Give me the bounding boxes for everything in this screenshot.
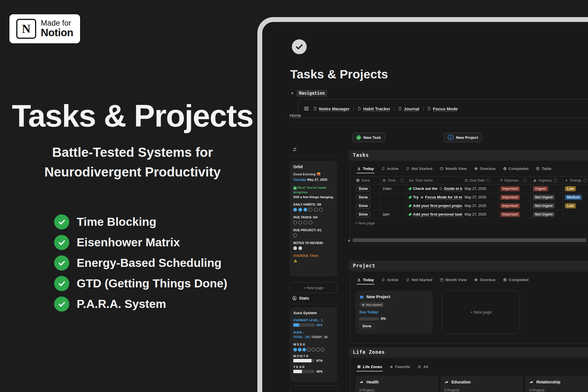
task-time[interactable] [380, 193, 406, 201]
task-check-icon [408, 186, 412, 190]
task-due-date[interactable]: May 27, 2025 [462, 210, 498, 218]
col-energy[interactable]: Energyi [562, 176, 588, 184]
tab-not-started[interactable]: Not Started [406, 278, 432, 282]
project-card[interactable]: New Project Not started Due Today! 0% Do… [355, 291, 433, 334]
done-pill[interactable]: Done [356, 186, 371, 192]
task-due-date[interactable]: May 27, 2025 [462, 202, 498, 210]
sync-icon[interactable] [292, 147, 297, 152]
zone-title[interactable]: Relationship [536, 380, 560, 384]
sidebar-partial-card[interactable] [290, 385, 338, 392]
aura-total: TOTAL : 28 [293, 335, 309, 339]
aura-totals: TOTAL : 28|TODAY : 26 [293, 335, 334, 339]
energy-badge[interactable]: Low [565, 186, 576, 191]
col-importance[interactable]: !!Importan...i [498, 176, 530, 184]
task-due-date[interactable]: May 27, 2025 [462, 184, 498, 193]
urgency-badge[interactable]: Not Urgent [533, 212, 555, 217]
importance-badge[interactable]: Important [500, 212, 520, 217]
importance-badge[interactable]: Important [500, 195, 520, 200]
tab-today[interactable]: Today [357, 278, 374, 282]
life-zone-card-health[interactable]: Health 0 Projects [355, 376, 438, 392]
separator: | [353, 106, 354, 111]
horizontal-scrollbar[interactable] [353, 238, 586, 242]
tab-table[interactable]: Table [536, 166, 551, 171]
task-row[interactable]: Done 10am Check out the Guide to bet May… [354, 184, 588, 193]
tab-month-view[interactable]: Month View [440, 278, 467, 282]
nav-link-label[interactable]: Journal [404, 106, 419, 111]
task-row[interactable]: Done Add your first project project May … [354, 202, 588, 210]
stats-section-header[interactable]: Stats [292, 296, 309, 300]
task-time[interactable]: 10am [380, 184, 406, 193]
task-name[interactable]: Try Focus Mode for 10 min [406, 193, 462, 201]
new-page-card[interactable]: + New page [442, 291, 520, 334]
tab-month-view[interactable]: Month View [440, 166, 467, 171]
task-time[interactable]: 2pm [380, 210, 406, 218]
task-row[interactable]: Done 2pm Add your first personal task Ma… [354, 210, 588, 219]
stats-label[interactable]: Stats [299, 296, 309, 300]
project-card-title[interactable]: New Project [359, 294, 429, 299]
tab-overdue[interactable]: Overdue [474, 278, 496, 282]
due-tasks-dots [293, 221, 334, 224]
status-badge[interactable]: Not started [359, 302, 385, 307]
tab-not-started[interactable]: Not Started [406, 166, 432, 171]
doc-icon [439, 187, 442, 190]
task-name[interactable]: Add your first personal task [406, 210, 462, 218]
importance-badge[interactable]: Important [500, 186, 520, 191]
done-pill[interactable]: Done [356, 212, 371, 217]
tab-favorite[interactable]: Favorite [390, 365, 410, 369]
tab-active[interactable]: Active [381, 278, 399, 282]
navigation-toggle[interactable]: ▼ Navigation [291, 90, 327, 97]
tab-overdue[interactable]: Overdue [474, 166, 496, 171]
energy-badge[interactable]: Low [565, 203, 576, 208]
nav-link-journal[interactable]: Journal [398, 106, 419, 111]
weekday-label: Tuesday [293, 178, 306, 181]
scroll-left-arrow[interactable] [348, 239, 350, 242]
nav-link-label[interactable]: Notes Manager [319, 106, 350, 111]
tab-completed[interactable]: Completed [503, 278, 529, 282]
col-task-name[interactable]: AaTask Name [406, 176, 462, 184]
tab-completed[interactable]: Completed [503, 166, 529, 171]
urgency-badge[interactable]: Not Urgent [533, 195, 555, 200]
nav-link-focus-mode[interactable]: Focus Mode [427, 106, 458, 111]
col-done[interactable]: Done [354, 176, 380, 184]
home-link[interactable]: Home [290, 113, 301, 118]
tab-life-zones[interactable]: Life Zones [357, 365, 382, 369]
nav-link-habit-tracker[interactable]: Habit Tracker [357, 106, 390, 111]
task-name[interactable]: Add your first project project [406, 202, 462, 210]
done-pill[interactable]: Done [356, 203, 371, 209]
task-time[interactable] [380, 202, 406, 210]
new-project-label[interactable]: New Project [456, 135, 478, 140]
navigation-toggle-label[interactable]: Navigation [296, 90, 327, 97]
tab-all[interactable]: All [418, 365, 428, 369]
new-project-button[interactable]: New Project [444, 133, 482, 142]
nav-link-label[interactable]: Focus Mode [433, 106, 458, 111]
col-time[interactable]: Time...i [380, 176, 406, 184]
urgency-badge[interactable]: Urgent [533, 186, 548, 191]
done-pill[interactable]: Done [356, 194, 371, 200]
project-section-header: Project [349, 261, 588, 271]
nav-link-label[interactable]: Habit Tracker [363, 106, 390, 111]
tab-today[interactable]: Today [357, 166, 374, 171]
importance-badge[interactable]: Important [500, 203, 520, 208]
life-zone-card-education[interactable]: Education 0 Projects [440, 376, 523, 392]
task-due-date[interactable]: May 27, 2025 [462, 193, 498, 201]
toggle-arrow-icon[interactable]: ▼ [291, 92, 294, 95]
zone-title[interactable]: Education [451, 380, 471, 384]
col-urgency[interactable]: Urgencyi [530, 176, 562, 184]
sidebar-new-page-button[interactable]: + New page [290, 282, 337, 293]
task-row[interactable]: Done Try Focus Mode for 10 min May 27, 2… [354, 193, 588, 202]
new-task-label[interactable]: New Task [363, 135, 381, 140]
nav-link-notes-manager[interactable]: Notes Manager [313, 106, 350, 111]
new-task-button[interactable]: New Task [353, 133, 385, 142]
zone-title[interactable]: Health [367, 380, 379, 384]
done-button[interactable]: Done [359, 323, 375, 329]
tab-active[interactable]: Active [381, 166, 399, 171]
new-page-label[interactable]: + New page [470, 310, 492, 314]
project-panel: Today Active Not Started Month View Over… [350, 271, 588, 344]
urgency-badge[interactable]: Not Urgent [533, 203, 555, 208]
new-page-row[interactable]: + New page [354, 219, 588, 225]
col-due-date[interactable]: Due Datei [462, 176, 498, 184]
greeting-row: Good Evening [293, 172, 334, 176]
life-zone-card-relationship[interactable]: Relationship 0 Projects [525, 376, 588, 392]
energy-badge[interactable]: Medium [565, 195, 582, 200]
task-name[interactable]: Check out the Guide to bet [406, 184, 462, 193]
